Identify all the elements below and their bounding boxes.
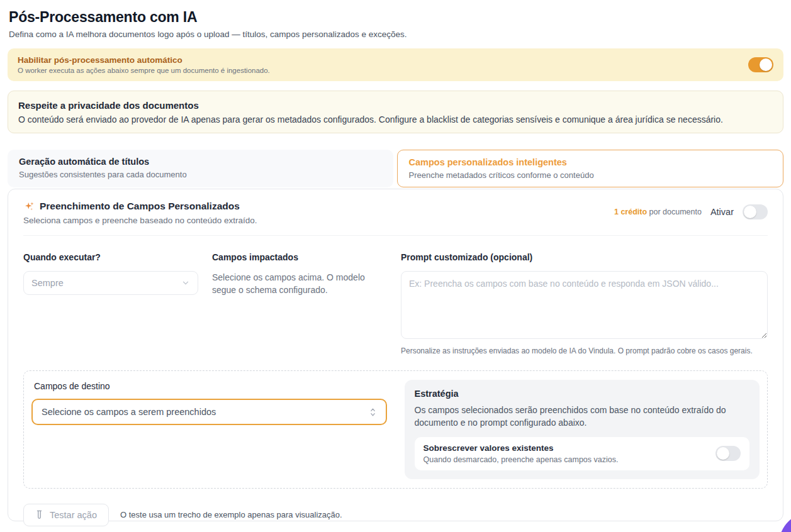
impacted-fields-description: Selecione os campos acima. O modelo segu…: [212, 271, 387, 297]
privacy-banner-title: Respeite a privacidade dos documentos: [18, 100, 199, 111]
auto-postprocessing-toggle[interactable]: [748, 57, 773, 72]
privacy-notice-banner: Respeite a privacidade dos documentos O …: [8, 91, 783, 133]
impacted-fields-field: Campos impactados Selecione os campos ac…: [212, 252, 387, 355]
auto-postprocessing-banner: Habilitar pós-processamento automático O…: [8, 48, 783, 81]
tab-label: Geração automática de títulos: [19, 157, 382, 167]
strategy-panel: Estratégia Os campos selecionados serão …: [405, 380, 760, 479]
when-to-run-select[interactable]: Sempre: [23, 271, 198, 295]
auto-banner-title: Habilitar pós-processamento automático: [18, 55, 270, 65]
toggle-knob: [760, 58, 772, 71]
destination-fields-zone: Campos de destino Selecione os campos a …: [23, 370, 768, 489]
credit-suffix: por documento: [647, 208, 702, 216]
destination-fields-select[interactable]: Selecione os campos a serem preenchidos: [31, 399, 387, 425]
tab-description: Preenche metadados críticos conforme o c…: [409, 170, 772, 180]
tab-description: Sugestões consistentes para cada documen…: [19, 170, 382, 179]
chevron-down-icon: [181, 279, 190, 287]
when-to-run-value: Sempre: [31, 278, 64, 288]
panel-title-row: Preenchimento de Campos Personalizados: [23, 201, 257, 212]
when-to-run-label: Quando executar?: [23, 252, 198, 262]
panel-header-text: Preenchimento de Campos Personalizados S…: [23, 201, 257, 225]
tab-label: Campos personalizados inteligentes: [409, 157, 772, 167]
chevron-up-down-icon: [369, 407, 377, 417]
tab-title-generation[interactable]: Geração automática de títulos Sugestões …: [8, 150, 393, 187]
when-to-run-field: Quando executar? Sempre: [23, 252, 198, 355]
toggle-knob: [744, 206, 756, 218]
overwrite-description: Quando desmarcado, preenche apenas campo…: [424, 455, 619, 464]
custom-prompt-helper: Personalize as instruções enviadas ao mo…: [401, 346, 768, 355]
panel-subtitle: Seleciona campos e preenche baseado no c…: [23, 216, 257, 225]
action-tabs: Geração automática de títulos Sugestões …: [8, 150, 783, 187]
credit-amount: 1 crédito: [614, 208, 647, 216]
sparkles-icon: [23, 201, 35, 212]
custom-prompt-textarea[interactable]: [401, 271, 768, 339]
test-tube-icon: [35, 510, 43, 520]
impacted-fields-label: Campos impactados: [212, 252, 387, 262]
tab-smart-custom-fields[interactable]: Campos personalizados inteligentes Preen…: [397, 150, 784, 187]
privacy-banner-description: O conteúdo será enviado ao provedor de I…: [18, 114, 723, 125]
panel-header: Preenchimento de Campos Personalizados S…: [23, 189, 768, 236]
overwrite-existing-card: Sobrescrever valores existentes Quando d…: [415, 437, 750, 470]
toggle-knob: [717, 447, 729, 460]
page-header: Pós-Processamento com IA Defina como a I…: [8, 9, 783, 39]
panel-footer: Testar ação O teste usa um trecho de exe…: [23, 504, 768, 526]
action-config-form: Quando executar? Sempre Campos impactado…: [23, 236, 768, 355]
overwrite-text: Sobrescrever valores existentes Quando d…: [424, 443, 619, 464]
credit-cost-label: 1 crédito por documento: [614, 208, 702, 216]
overwrite-toggle[interactable]: [715, 446, 741, 461]
strategy-description: Os campos selecionados serão preenchidos…: [415, 404, 750, 429]
destination-fields-label: Campos de destino: [34, 381, 387, 391]
page-subtitle: Defina como a IA melhora documentos logo…: [8, 30, 783, 39]
test-action-note: O teste usa um trecho de exemplo apenas …: [120, 510, 342, 519]
activate-label: Ativar: [710, 207, 734, 217]
page-title: Pós-Processamento com IA: [8, 9, 783, 26]
custom-prompt-label: Prompt customizado (opcional): [401, 252, 768, 262]
custom-prompt-field: Prompt customizado (opcional) Personaliz…: [401, 252, 768, 355]
custom-fields-panel: Preenchimento de Campos Personalizados S…: [8, 189, 783, 521]
strategy-title: Estratégia: [415, 389, 750, 399]
auto-banner-description: O worker executa as ações abaixo sempre …: [18, 67, 270, 74]
panel-header-actions: 1 crédito por documento Ativar: [614, 204, 768, 219]
auto-banner-text: Habilitar pós-processamento automático O…: [18, 55, 270, 74]
panel-title: Preenchimento de Campos Personalizados: [40, 201, 240, 212]
activate-toggle[interactable]: [743, 204, 768, 219]
destination-fields-placeholder: Selecione os campos a serem preenchidos: [42, 407, 216, 417]
test-action-label: Testar ação: [50, 510, 97, 520]
test-action-button[interactable]: Testar ação: [23, 504, 109, 526]
overwrite-title: Sobrescrever valores existentes: [424, 443, 619, 453]
destination-fields-column: Campos de destino Selecione os campos a …: [31, 380, 387, 479]
post-processing-page: Pós-Processamento com IA Defina como a I…: [0, 0, 791, 532]
